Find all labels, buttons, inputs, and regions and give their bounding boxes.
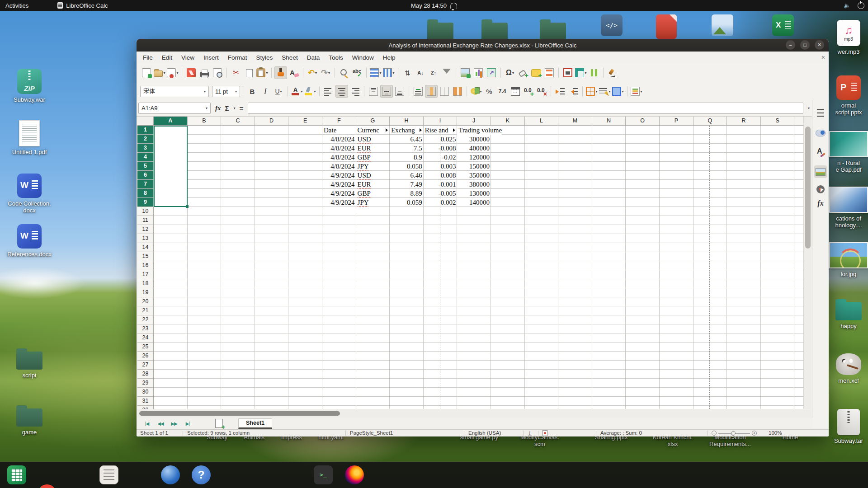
format-as-date-button[interactable] (509, 85, 522, 98)
menu-view[interactable]: View (177, 52, 199, 63)
chevron-down-icon[interactable]: ▾ (163, 71, 165, 75)
row-header-16[interactable]: 16 (137, 261, 154, 270)
column-header-M[interactable]: M (558, 117, 592, 126)
row-header-4[interactable]: 4 (137, 153, 154, 162)
formula-icon[interactable]: = (240, 104, 244, 112)
menu-window[interactable]: Window (348, 52, 378, 63)
row-header-9[interactable]: 9 (137, 198, 154, 207)
row-header-22[interactable]: 22 (137, 315, 154, 324)
sidebar-properties-icon[interactable] (814, 127, 827, 139)
sheet-tab-sheet1[interactable]: Sheet1 (238, 418, 272, 429)
sort-ascending-button[interactable]: A↓ (414, 66, 427, 79)
column-header-E[interactable]: E (288, 117, 322, 126)
expand-formula-bar-icon[interactable]: ▾ (808, 106, 810, 110)
cells-area[interactable]: DateCurrencExchangRise andTrading volume… (154, 126, 804, 409)
column-header-F[interactable]: F (322, 117, 356, 126)
wrap-text-button[interactable] (412, 85, 425, 98)
document-modified-icon[interactable] (542, 430, 547, 437)
zoom-slider[interactable] (718, 433, 750, 434)
row-header-10[interactable]: 10 (137, 207, 154, 216)
chevron-down-icon[interactable]: ▾ (315, 71, 317, 75)
row-header-20[interactable]: 20 (137, 297, 154, 306)
row-button[interactable]: ▾ (369, 66, 382, 79)
row-header-21[interactable]: 21 (137, 306, 154, 315)
cell-G8[interactable]: GBP (356, 189, 390, 198)
row-header-2[interactable]: 2 (137, 135, 154, 144)
column-header-P[interactable]: P (660, 117, 693, 126)
desktop-pdf-file[interactable] (656, 14, 677, 39)
cell-F8[interactable]: 4/9/2024 (322, 189, 356, 198)
cell-H2[interactable]: 6.45 (390, 135, 424, 144)
format-as-percent-button[interactable]: % (483, 85, 495, 98)
chevron-down-icon[interactable]: ▾ (206, 106, 208, 110)
align-left-button[interactable] (322, 85, 335, 98)
copy-button[interactable] (243, 66, 255, 79)
text-editor-launcher[interactable] (99, 465, 118, 484)
zoom-in-icon[interactable]: + (752, 431, 757, 436)
column-header-G[interactable]: G (356, 117, 390, 126)
cell-J3[interactable]: 400000 (457, 144, 491, 153)
cell-G6[interactable]: USD (356, 171, 390, 180)
cell-H9[interactable]: 0.059 (390, 198, 424, 207)
font-size-box[interactable]: 11 pt ▾ (212, 86, 240, 97)
selection-range-a1-a9[interactable] (154, 126, 188, 207)
row-header-8[interactable]: 8 (137, 189, 154, 198)
paste-button[interactable]: ▾ (256, 66, 269, 79)
row-header-5[interactable]: 5 (137, 162, 154, 171)
align-bottom-button[interactable] (393, 85, 406, 98)
cell-J7[interactable]: 380000 (457, 180, 491, 189)
maximize-button[interactable]: □ (800, 40, 810, 50)
define-print-area-button[interactable] (561, 66, 574, 79)
cell-G7[interactable]: EUR (356, 180, 390, 189)
find-replace-button[interactable] (338, 66, 350, 79)
menu-tools[interactable]: Tools (324, 52, 348, 63)
cell-I9[interactable]: 0.002 (424, 198, 458, 207)
close-document-icon[interactable]: × (821, 52, 825, 63)
chevron-down-icon[interactable]: ▾ (392, 71, 394, 75)
align-right-button[interactable] (349, 85, 361, 98)
row-header-7[interactable]: 7 (137, 180, 154, 189)
cell-G5[interactable]: JPY (356, 162, 390, 171)
chevron-down-icon[interactable]: ▾ (328, 71, 330, 75)
insert-pivot-table-button[interactable] (485, 66, 498, 79)
add-decimal-place-button[interactable] (522, 85, 535, 98)
horizontal-scrollbar[interactable] (137, 410, 812, 417)
cell-H4[interactable]: 8.9 (390, 153, 424, 162)
row-header-11[interactable]: 11 (137, 216, 154, 225)
chevron-down-icon[interactable]: ▾ (314, 89, 316, 94)
format-as-currency-button[interactable]: ▾ (470, 85, 482, 98)
menu-styles[interactable]: Styles (252, 52, 278, 63)
print-preview-button[interactable] (211, 66, 224, 79)
row-header-3[interactable]: 3 (137, 144, 154, 153)
add-sheet-button[interactable] (215, 419, 223, 428)
chevron-down-icon[interactable]: ▾ (622, 89, 623, 94)
vertical-scrollbar[interactable] (803, 117, 812, 409)
cell-J1[interactable]: Trading volume (457, 126, 502, 135)
cell-F4[interactable]: 4/8/2024 (322, 153, 356, 162)
row-header-27[interactable]: 27 (137, 361, 154, 370)
code-collection-docx-file[interactable]: Code Collection. docx (0, 174, 59, 214)
cell-J4[interactable]: 120000 (457, 153, 491, 162)
function-wizard-icon[interactable]: fx (215, 104, 221, 112)
cell-H1[interactable]: Exchang (390, 126, 424, 135)
merge-and-center-cells-button[interactable] (425, 85, 438, 98)
next-sheet-button[interactable]: ▶▶ (167, 421, 181, 426)
game-folder[interactable]: game (0, 404, 59, 436)
minimize-button[interactable]: – (786, 40, 795, 50)
cell-G2[interactable]: USD (356, 135, 390, 144)
chevron-down-icon[interactable]: ▾ (379, 71, 381, 75)
font-name-box[interactable]: 宋体 ▾ (140, 86, 209, 97)
chevron-down-icon[interactable]: ▾ (640, 89, 642, 94)
cell-G1[interactable]: Currenc (356, 126, 390, 135)
libreoffice-calc-launcher[interactable] (7, 465, 26, 484)
desktop-code-file[interactable]: </> (601, 14, 623, 36)
insert-hyperlink-button[interactable] (517, 66, 529, 79)
power-icon[interactable] (858, 2, 864, 9)
close-button[interactable]: ✕ (815, 40, 824, 50)
sort-descending-button[interactable]: Z↑ (427, 66, 440, 79)
column-header-L[interactable]: L (525, 117, 559, 126)
row-header-18[interactable]: 18 (137, 279, 154, 288)
chevron-down-icon[interactable]: ▾ (609, 89, 610, 94)
zoom-percent[interactable]: 100% (769, 430, 782, 436)
freeze-rows-and-columns-button[interactable]: ▾ (575, 66, 587, 79)
